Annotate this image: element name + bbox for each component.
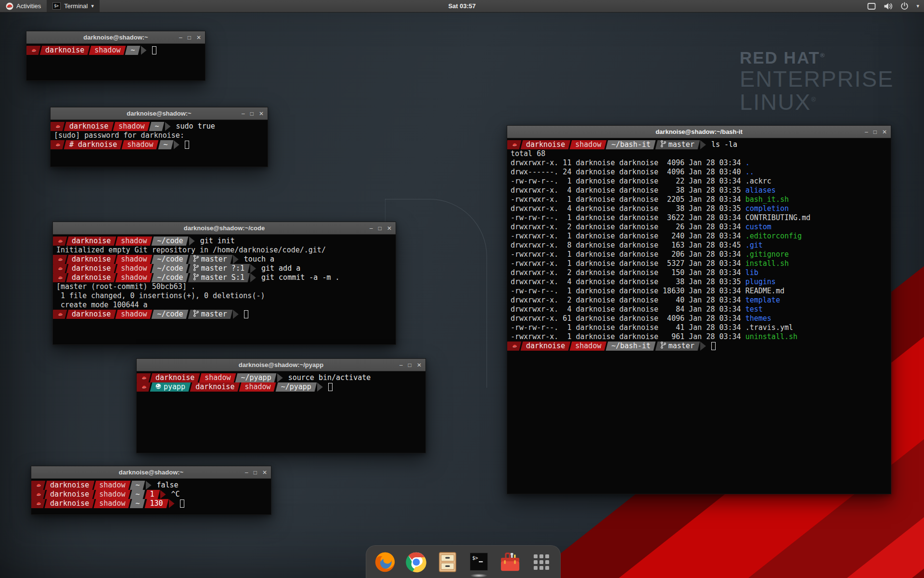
file-name: test bbox=[745, 305, 763, 314]
brand-line-3: LINUX® bbox=[740, 91, 894, 114]
window-controls: –□✕ bbox=[245, 466, 267, 478]
window-titlebar[interactable]: darknoise@shadow:~–□✕ bbox=[26, 31, 205, 44]
terminal-body[interactable]: darknoiseshadow~/bash-itmasterls -latota… bbox=[507, 138, 891, 494]
prompt-segment-host: shadow bbox=[116, 273, 151, 282]
prompt-badge-segment bbox=[54, 236, 66, 246]
file-meta: drwx------. 24 darknoise darknoise 4096 … bbox=[511, 168, 745, 176]
prompt-segment-git: master bbox=[656, 140, 699, 149]
chrome-icon bbox=[406, 552, 427, 573]
maximize-button[interactable]: □ bbox=[250, 111, 254, 117]
dock-item-app-grid[interactable] bbox=[531, 552, 552, 573]
power-icon[interactable] bbox=[900, 2, 909, 10]
segment-label: darknoise bbox=[72, 236, 111, 246]
dock-item-firefox[interactable] bbox=[374, 552, 396, 573]
close-button[interactable]: ✕ bbox=[417, 362, 422, 368]
file-meta: -rw-rw-r--. 1 darknoise darknoise 41 Jan… bbox=[511, 323, 745, 332]
file-meta: drwxrwxr-x. 8 darknoise darknoise 163 Ja… bbox=[511, 241, 745, 250]
chevron-down-icon[interactable]: ▾ bbox=[916, 3, 919, 9]
file-name: lib bbox=[745, 268, 758, 277]
file-meta: -rwxrwxr-x. 1 darknoise darknoise 961 Ja… bbox=[511, 332, 745, 341]
terminal-window: darknoise@shadow:~–□✕darknoiseshadow~sud… bbox=[50, 107, 268, 167]
terminal-body[interactable]: darknoiseshadow~/pyappsource bin/activat… bbox=[137, 371, 425, 453]
window-controls: –□✕ bbox=[399, 359, 422, 371]
file-list-row: -rw-rw-r--. 1 darknoise darknoise 18630 … bbox=[509, 287, 891, 296]
window-titlebar[interactable]: darknoise@shadow:~/pyapp–□✕ bbox=[137, 359, 425, 371]
window-titlebar[interactable]: darknoise@shadow:~/code–□✕ bbox=[53, 222, 396, 235]
window-titlebar[interactable]: darknoise@shadow:~/bash-it–□✕ bbox=[507, 126, 891, 138]
segment-label: shadow bbox=[99, 490, 125, 499]
minimize-button[interactable]: – bbox=[179, 35, 182, 40]
segment-label: ~/code bbox=[157, 273, 183, 282]
prompt-segment-user: darknoise bbox=[522, 342, 569, 351]
terminal-body[interactable]: darknoiseshadow~falsedarknoiseshadow~1^C… bbox=[31, 479, 271, 514]
prompt-line: darknoiseshadow~/codemaster ?:1git add a bbox=[54, 264, 396, 273]
terminal-window: darknoise@shadow:~/pyapp–□✕darknoiseshad… bbox=[136, 358, 426, 453]
prompt-segment-host: shadow bbox=[95, 490, 129, 499]
redhat-icon bbox=[58, 273, 64, 282]
git-branch-icon bbox=[193, 255, 199, 264]
file-list-row: drwxrwxr-x. 4 darknoise darknoise 38 Jan… bbox=[509, 277, 891, 287]
maximize-button[interactable]: □ bbox=[408, 362, 411, 368]
redhat-icon bbox=[55, 122, 61, 131]
maximize-button[interactable]: □ bbox=[188, 35, 191, 40]
prompt-arrow bbox=[233, 310, 239, 319]
display-icon[interactable] bbox=[867, 2, 876, 10]
redhat-icon bbox=[141, 373, 147, 382]
file-name: CONTRIBUTING.md bbox=[745, 213, 810, 222]
prompt-segment-path: ~ bbox=[131, 490, 144, 499]
activities-button[interactable]: Activities bbox=[0, 0, 47, 12]
segment-label: shadow bbox=[121, 264, 147, 273]
prompt-arrow bbox=[146, 481, 152, 490]
maximize-button[interactable]: □ bbox=[873, 129, 877, 135]
prompt-segment-host: shadow bbox=[116, 255, 151, 264]
minimize-button[interactable]: – bbox=[399, 362, 403, 368]
close-button[interactable]: ✕ bbox=[882, 129, 887, 135]
file-name: custom bbox=[745, 223, 771, 231]
prompt-segment-host: shadow bbox=[116, 310, 151, 319]
window-title: darknoise@shadow:~ bbox=[127, 110, 191, 117]
prompt-arrow bbox=[700, 140, 706, 149]
terminal-body[interactable]: darknoiseshadow~ bbox=[26, 44, 205, 80]
minimize-button[interactable]: – bbox=[245, 470, 248, 475]
app-menu-terminal[interactable]: $> Terminal ▾ bbox=[47, 0, 100, 12]
dock-item-files[interactable] bbox=[437, 552, 458, 573]
close-button[interactable]: ✕ bbox=[259, 111, 264, 117]
file-name: completion bbox=[745, 204, 789, 213]
redhat-icon bbox=[58, 310, 64, 319]
maximize-button[interactable]: □ bbox=[378, 225, 382, 231]
dock-item-chrome[interactable] bbox=[406, 552, 427, 573]
minimize-button[interactable]: – bbox=[865, 129, 868, 135]
prompt-segment-git: master bbox=[189, 255, 231, 264]
prompt-arrow bbox=[277, 373, 283, 382]
segment-label: master ?:1 bbox=[201, 264, 244, 273]
prompt-segment-path: ~/pyapp bbox=[236, 373, 275, 382]
close-button[interactable]: ✕ bbox=[262, 470, 267, 475]
prompt-segment-git: master bbox=[656, 342, 699, 351]
close-button[interactable]: ✕ bbox=[196, 35, 201, 40]
file-list-row: drwxrwxr-x. 4 darknoise darknoise 38 Jan… bbox=[509, 204, 891, 213]
window-titlebar[interactable]: darknoise@shadow:~–□✕ bbox=[31, 466, 271, 479]
terminal-body[interactable]: darknoiseshadow~/codegit initInitialized… bbox=[53, 235, 396, 344]
minimize-button[interactable]: – bbox=[242, 111, 245, 117]
maximize-button[interactable]: □ bbox=[254, 470, 257, 475]
segment-label: darknoise bbox=[50, 481, 89, 490]
prompt-segment-git: master S:1 bbox=[189, 273, 249, 282]
window-titlebar[interactable]: darknoise@shadow:~–□✕ bbox=[51, 107, 268, 120]
terminal-output-line: total 68 bbox=[509, 149, 891, 158]
volume-icon[interactable] bbox=[884, 2, 893, 10]
dock-item-terminal[interactable]: $> bbox=[468, 552, 489, 573]
prompt-segment-user: darknoise bbox=[67, 236, 115, 246]
file-name: install.sh bbox=[745, 259, 789, 268]
command-text: sudo true bbox=[176, 122, 215, 131]
prompt-line: pyappdarknoiseshadow~/pyapp bbox=[138, 382, 425, 392]
clock[interactable]: Sat 03:57 bbox=[448, 2, 475, 10]
window-title: darknoise@shadow:~/code bbox=[184, 224, 265, 232]
minimize-button[interactable]: – bbox=[370, 225, 373, 231]
dock-item-toolbox[interactable] bbox=[500, 552, 521, 573]
prompt-line: darknoiseshadow~/codemaster bbox=[54, 310, 396, 319]
terminal-body[interactable]: darknoiseshadow~sudo true[sudo] password… bbox=[51, 120, 268, 167]
prompt-line: darknoiseshadow~1^C bbox=[33, 490, 271, 499]
prompt-segment-user: darknoise bbox=[46, 481, 93, 490]
close-button[interactable]: ✕ bbox=[387, 225, 392, 231]
prompt-segment-path: ~ bbox=[150, 122, 163, 131]
